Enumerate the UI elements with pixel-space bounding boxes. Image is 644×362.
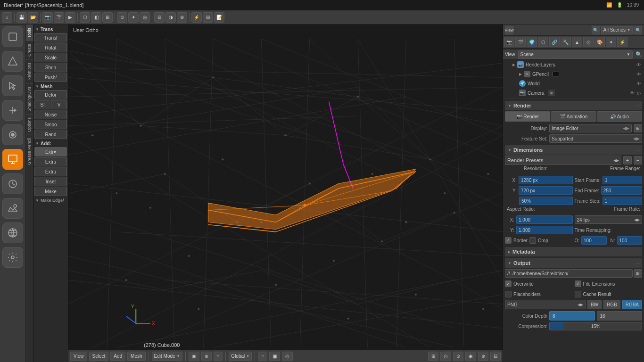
scene-dropdown[interactable]: Scene ▼ xyxy=(518,50,633,59)
scene-view-btn[interactable]: View xyxy=(505,52,515,57)
path-input[interactable]: //../home/benne/Schreibtisch/ xyxy=(505,269,633,278)
format-select[interactable]: PNG ◀▶ xyxy=(505,300,586,309)
sidebar-material[interactable] xyxy=(2,124,23,145)
display-value[interactable]: Image Editor ◀▶ xyxy=(549,124,632,132)
tree-world[interactable]: 🌍 World 👁 xyxy=(503,79,644,88)
aspect-y-value[interactable]: 1.000 xyxy=(516,226,573,234)
btn-smooth[interactable]: Smoo xyxy=(34,120,67,129)
start-frame-value[interactable]: 1 xyxy=(603,176,642,184)
o-value[interactable]: 100 xyxy=(581,236,606,245)
search-scene-icon[interactable]: 🔍 xyxy=(636,51,642,58)
step-value[interactable]: 1 xyxy=(603,197,642,205)
feature-set-value[interactable]: Supported ◀▶ xyxy=(549,134,642,143)
prop-view-btn[interactable]: View xyxy=(505,26,513,34)
btn-rand[interactable]: Rand xyxy=(34,130,67,139)
cache-checkbox[interactable] xyxy=(575,291,581,297)
output-header[interactable]: ▼ Output ··· xyxy=(505,258,642,268)
vp-view-btn[interactable]: View xyxy=(70,352,87,361)
btn-shrink[interactable]: Shrin xyxy=(34,63,67,72)
border-checkbox[interactable] xyxy=(505,237,512,244)
render-section-header[interactable]: ▼ Render ··· xyxy=(505,101,642,110)
prop-texture-icon-btn[interactable]: 🎨 xyxy=(594,37,605,47)
vp-icon6[interactable]: ⊟ xyxy=(490,352,501,361)
compression-slider[interactable]: 15% xyxy=(549,322,642,330)
vp-icon1[interactable]: ⊞ xyxy=(428,352,438,361)
open-btn[interactable]: 📂 xyxy=(28,12,38,23)
vp-orientation-dropdown[interactable]: Global xyxy=(229,352,252,361)
btn-scale[interactable]: Scale xyxy=(34,53,67,62)
overwrite-checkbox[interactable] xyxy=(505,280,512,287)
tab-animation[interactable]: 🎬 Animation xyxy=(551,111,596,122)
vp-icon3[interactable]: ⊙ xyxy=(453,352,463,361)
prop-scene-dropdown[interactable]: All Scenes xyxy=(601,26,633,34)
vp-occlude-btn[interactable]: ▣ xyxy=(269,352,280,361)
end-frame-value[interactable]: 250 xyxy=(601,186,642,195)
blender-logo-btn[interactable]: ⌂ xyxy=(2,12,12,23)
tab-options[interactable]: Options xyxy=(26,114,33,135)
btn-extrude-normals[interactable]: Extru xyxy=(34,167,67,176)
btn-v[interactable]: V xyxy=(51,100,67,109)
prop-object-icon-btn[interactable]: ⬡ xyxy=(538,37,548,47)
world-eye[interactable]: 👁 xyxy=(636,81,641,86)
res-x-value[interactable]: 1280 px xyxy=(519,176,573,184)
sidebar-settings[interactable] xyxy=(2,247,23,268)
btn-inset[interactable]: Inset xyxy=(34,177,67,186)
display-extra-btn[interactable]: ⊞ xyxy=(634,124,642,132)
sidebar-render[interactable] xyxy=(2,149,23,170)
btn-pushpull[interactable]: Push/ xyxy=(34,73,67,82)
color-bw-btn[interactable]: BW xyxy=(587,300,602,309)
tree-gpencil[interactable]: ▶ ✏ GPencil 👁 xyxy=(503,69,644,79)
btn-translate[interactable]: Transl xyxy=(34,33,67,42)
snap-btn[interactable]: ✦ xyxy=(128,12,139,23)
anim-player-btn[interactable]: ▶ xyxy=(65,12,75,23)
vp-icon2[interactable]: ◎ xyxy=(440,352,451,361)
pct-value[interactable]: 50% xyxy=(519,197,573,205)
render-btn[interactable]: 📷 xyxy=(42,12,53,23)
btn-noise[interactable]: Noise xyxy=(34,110,67,119)
prop-render-icon-btn[interactable]: 📷 xyxy=(504,37,514,47)
vp-mesh-btn[interactable]: Mesh xyxy=(127,352,145,361)
dimensions-header[interactable]: ▼ Dimensions ··· xyxy=(505,145,642,155)
camera-eye[interactable]: 👁 xyxy=(630,90,635,96)
sidebar-world[interactable] xyxy=(2,222,23,243)
res-y-value[interactable]: 720 px xyxy=(519,186,573,195)
vp-mode-dropdown[interactable]: Edit Mode xyxy=(152,352,182,361)
aspect-x-value[interactable]: 1.000 xyxy=(516,215,573,224)
btn-rotate[interactable]: Rotat xyxy=(34,43,67,52)
tab-create[interactable]: Create xyxy=(26,41,33,59)
render-anim-btn[interactable]: 🎬 xyxy=(54,12,64,23)
vp-icon4[interactable]: ◉ xyxy=(465,352,476,361)
path-btn[interactable]: ⊞ xyxy=(634,269,642,278)
btn-deform[interactable]: Defor xyxy=(34,90,67,99)
save-btn[interactable]: 💾 xyxy=(17,12,27,23)
presets-add-btn[interactable]: + xyxy=(623,156,632,165)
vp-snap-btn[interactable]: ⊕ xyxy=(201,352,212,361)
sidebar-transform[interactable] xyxy=(2,100,23,121)
vp-icon5[interactable]: ⊛ xyxy=(478,352,488,361)
btn-extrude-region[interactable]: Extr▾ xyxy=(34,147,67,156)
tab-render[interactable]: 📷 Render xyxy=(505,111,550,122)
sidebar-mesh[interactable] xyxy=(2,51,23,72)
presets-dropdown[interactable]: Render Presets ◀▶ xyxy=(505,156,621,165)
transform-btn[interactable]: ◎ xyxy=(140,12,150,23)
camera-extra-icon[interactable]: ▷ xyxy=(637,90,641,96)
vp-snap-settings-btn[interactable]: ≡ xyxy=(214,352,223,361)
metadata-header[interactable]: ▶ Metadata ··· xyxy=(505,247,642,256)
depth-16-btn[interactable]: 16 xyxy=(597,311,643,321)
gpencil-eye[interactable]: 👁 xyxy=(636,72,641,77)
vp-onion-btn[interactable]: ◎ xyxy=(282,352,293,361)
tree-camera[interactable]: 📷 Camera ⊞ 👁 ▷ xyxy=(503,88,644,98)
vertices-btn[interactable]: ⬡ xyxy=(80,12,90,23)
renderlayers-eye[interactable]: 👁 xyxy=(636,62,641,67)
sidebar-animation[interactable] xyxy=(2,173,23,194)
sidebar-cursor[interactable] xyxy=(2,75,23,96)
prop-data-icon-btn[interactable]: ▲ xyxy=(572,37,582,47)
prop-constraint-icon-btn[interactable]: 🔗 xyxy=(549,37,560,47)
prop-world-icon-btn[interactable]: 🌍 xyxy=(527,37,537,47)
btn-make-edge[interactable]: Make xyxy=(34,187,67,196)
viewport-shade-btn[interactable]: ⊟ xyxy=(154,12,165,23)
placeholders-checkbox[interactable] xyxy=(505,291,512,297)
tab-shading[interactable]: Shading/UVs xyxy=(26,83,33,115)
sidebar-scene[interactable] xyxy=(2,198,23,219)
presets-remove-btn[interactable]: − xyxy=(634,156,642,165)
